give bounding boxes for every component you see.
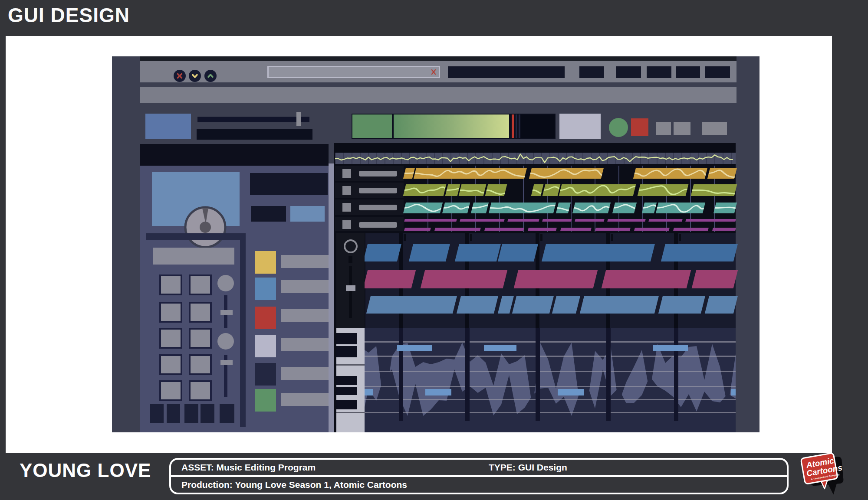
piano-key-black[interactable]: [336, 346, 357, 357]
audio-clip[interactable]: [403, 184, 447, 196]
audio-clip[interactable]: [403, 203, 443, 213]
sound-swatch[interactable]: [255, 278, 276, 300]
automation-segment[interactable]: [648, 219, 682, 222]
midi-note[interactable]: [731, 389, 736, 395]
automation-segment[interactable]: [404, 228, 431, 231]
midi-note[interactable]: [484, 345, 516, 351]
search-field[interactable]: [267, 66, 440, 78]
audio-clip[interactable]: [403, 168, 415, 179]
audio-clip[interactable]: [661, 244, 738, 261]
midi-note[interactable]: [558, 389, 584, 395]
drum-pad[interactable]: [189, 275, 212, 295]
turntable-icon[interactable]: [184, 206, 227, 249]
overview-timeline[interactable]: [335, 153, 736, 164]
audio-clip[interactable]: [559, 184, 636, 196]
fader-handle[interactable]: [220, 310, 233, 315]
audio-clip[interactable]: [498, 244, 538, 261]
automation-segment[interactable]: [528, 228, 557, 231]
sound-swatch[interactable]: [255, 251, 276, 274]
menu-button[interactable]: [579, 66, 604, 78]
drum-pad[interactable]: [189, 328, 212, 349]
audio-clip[interactable]: [512, 296, 554, 314]
midi-note[interactable]: [365, 389, 373, 395]
function-button[interactable]: [220, 404, 234, 423]
stop-button[interactable]: [631, 118, 648, 136]
piano-roll[interactable]: [365, 328, 736, 432]
minimize-button[interactable]: [189, 70, 201, 82]
audio-clip[interactable]: [485, 184, 507, 196]
automation-segment[interactable]: [595, 228, 631, 231]
midi-note[interactable]: [425, 389, 451, 395]
menu-button[interactable]: [676, 66, 700, 78]
audio-clip[interactable]: [489, 203, 556, 213]
audio-clip[interactable]: [455, 244, 501, 261]
audio-clip[interactable]: [542, 244, 655, 261]
audio-clip[interactable]: [580, 296, 659, 314]
audio-clip[interactable]: [459, 184, 487, 196]
audio-clip[interactable]: [529, 168, 604, 179]
audio-clip[interactable]: [366, 296, 457, 314]
audio-clip[interactable]: [514, 270, 598, 288]
automation-segment[interactable]: [607, 219, 645, 222]
tempo-slider-handle[interactable]: [296, 112, 301, 126]
mode-button[interactable]: [702, 122, 727, 135]
function-button[interactable]: [184, 404, 198, 423]
drum-pad[interactable]: [189, 380, 212, 401]
fader-handle[interactable]: [220, 360, 233, 365]
audio-clip[interactable]: [457, 296, 498, 314]
menu-button[interactable]: [647, 66, 671, 78]
meter-playhead[interactable]: [512, 114, 514, 138]
piano-key-black[interactable]: [336, 387, 357, 395]
audio-clip[interactable]: [552, 296, 580, 314]
audio-clip[interactable]: [498, 296, 514, 314]
audio-clip[interactable]: [363, 244, 401, 261]
automation-segment[interactable]: [575, 219, 604, 222]
audio-clip[interactable]: [531, 184, 544, 196]
automation-segment[interactable]: [634, 228, 670, 231]
automation-segment[interactable]: [484, 228, 524, 231]
audio-clip[interactable]: [572, 203, 611, 213]
channel-fader-track[interactable]: [349, 266, 352, 318]
midi-note[interactable]: [397, 345, 432, 351]
audio-clip[interactable]: [442, 203, 470, 213]
automation-segment[interactable]: [434, 228, 481, 231]
audio-clip[interactable]: [409, 244, 450, 261]
search-input[interactable]: [270, 67, 426, 77]
search-clear-icon[interactable]: [430, 68, 437, 76]
automation-segment[interactable]: [685, 219, 736, 222]
audio-clip[interactable]: [633, 168, 707, 179]
menu-button[interactable]: [616, 66, 641, 78]
channel-knob[interactable]: [344, 239, 358, 253]
audio-clip[interactable]: [414, 168, 527, 179]
maximize-button[interactable]: [204, 70, 217, 82]
automation-segment[interactable]: [673, 228, 709, 231]
knob[interactable]: [217, 333, 234, 350]
audio-clip[interactable]: [471, 203, 489, 213]
sound-swatch[interactable]: [255, 363, 276, 386]
audio-clip[interactable]: [421, 270, 508, 288]
audio-clip[interactable]: [692, 270, 738, 288]
automation-segment[interactable]: [560, 228, 592, 231]
drum-pad[interactable]: [159, 380, 182, 401]
track-header[interactable]: [335, 217, 404, 231]
record-button[interactable]: [609, 118, 628, 137]
function-button[interactable]: [167, 404, 180, 423]
piano-key-black[interactable]: [336, 376, 357, 385]
automation-segment[interactable]: [404, 219, 457, 222]
track-header[interactable]: [335, 199, 404, 215]
sound-swatch[interactable]: [255, 307, 276, 329]
midi-note[interactable]: [653, 345, 688, 351]
audio-clip[interactable]: [642, 203, 657, 213]
small-blue-button[interactable]: [290, 206, 325, 222]
drum-pad[interactable]: [159, 328, 182, 349]
audio-clip[interactable]: [363, 270, 416, 288]
automation-segment[interactable]: [712, 228, 736, 231]
audio-clip[interactable]: [602, 270, 691, 288]
scrollbar[interactable]: [329, 163, 335, 432]
audio-clip[interactable]: [612, 203, 637, 213]
automation-segment[interactable]: [460, 219, 504, 222]
automation-segment[interactable]: [507, 219, 539, 222]
sound-swatch[interactable]: [255, 389, 276, 412]
tempo-slider-track[interactable]: [197, 117, 309, 122]
knob[interactable]: [217, 275, 234, 291]
